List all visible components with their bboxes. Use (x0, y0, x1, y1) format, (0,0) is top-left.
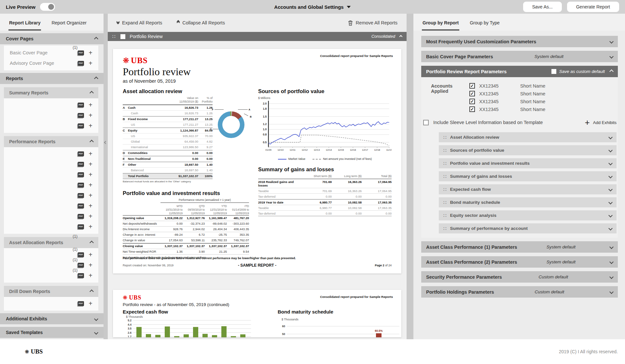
exhibit-row[interactable]: ∷ Asset Allocation review (439, 132, 617, 142)
report-group-header[interactable]: Performance Reports (4, 136, 98, 147)
remove-all-reports-button[interactable]: Remove All Reports (348, 20, 397, 26)
add-icon[interactable]: + (87, 150, 94, 158)
add-icon[interactable]: + (87, 171, 94, 178)
pdf-preview-icon[interactable]: PDF (78, 61, 84, 66)
expand-all-reports-button[interactable]: Expand All Reports (117, 20, 162, 25)
parameter-accordion[interactable]: Most Frequently Used Customization Param… (421, 36, 618, 47)
pdf-preview-icon[interactable]: PDF (78, 172, 84, 177)
save-default-checkbox[interactable] (551, 69, 556, 74)
pdf-preview-icon[interactable]: PDF (78, 162, 84, 167)
pdf-preview-icon[interactable]: PDF (78, 214, 84, 219)
exhibit-row[interactable]: ∷ Portfolio value and investment results (439, 158, 617, 168)
add-icon[interactable]: + (87, 300, 94, 307)
drag-handle-icon[interactable]: ∷ (443, 213, 447, 218)
report-group-header[interactable]: Summary Reports (4, 87, 98, 98)
account-checkbox-checked[interactable]: ✓ (469, 91, 475, 96)
exhibit-row[interactable]: ∷ Summary of gains and losses (439, 171, 617, 181)
report-preview-area[interactable]: Consolidated report prepared for Sample … (108, 41, 407, 339)
report-group-header[interactable]: Drill Down Reports (4, 286, 98, 297)
parameter-accordion[interactable]: Security Performance Parameters Custom d… (421, 271, 618, 283)
add-icon[interactable]: + (87, 49, 94, 57)
sidebar-item[interactable]: PDF + (4, 201, 98, 211)
pdf-preview-icon[interactable]: PDF (78, 113, 84, 118)
save-as-button[interactable]: Save As... (523, 2, 562, 12)
add-icon[interactable]: + (87, 122, 94, 130)
collapse-all-reports-button[interactable]: Collapse All Reports (177, 20, 225, 25)
add-icon[interactable]: + (87, 112, 94, 119)
report-checkbox[interactable] (120, 34, 125, 39)
section-saved-templates[interactable]: Saved Templates (0, 327, 104, 338)
sleeve-checkbox-unchecked[interactable] (423, 120, 429, 125)
add-icon[interactable]: + (87, 261, 94, 269)
drag-handle-icon[interactable]: ∷ (443, 187, 447, 192)
add-icon[interactable]: + (87, 223, 94, 231)
pdf-preview-icon[interactable]: PDF (78, 224, 84, 229)
section-cover-pages[interactable]: Cover Pages (0, 33, 104, 44)
portfolio-review-panel-header[interactable]: ∷ Portfolio Review Consolidated (108, 32, 407, 41)
sidebar-item[interactable]: PDF + (4, 110, 98, 120)
sidebar-tab[interactable]: Report Organizer (51, 16, 87, 31)
sidebar-item[interactable]: PDF + (4, 120, 98, 131)
sidebar-item[interactable]: (1) Basic Cover Page PDF + (4, 48, 98, 58)
group-by-tab[interactable]: Group by Report (422, 16, 459, 31)
sidebar-item[interactable]: PDF + (4, 298, 98, 309)
section-additional-exhibits[interactable]: Additional Exhibits (0, 313, 104, 324)
exhibit-row[interactable]: ∷ Equity sector analysis (439, 210, 617, 220)
sidebar-item[interactable]: Advisory Cover Page PDF + (4, 58, 98, 68)
add-icon[interactable]: + (87, 181, 94, 189)
drag-handle-icon[interactable]: ∷ (443, 134, 447, 140)
pdf-preview-icon[interactable]: PDF (78, 301, 84, 306)
chevron-up-icon[interactable] (399, 35, 403, 38)
parameter-accordion[interactable]: Asset Class Performance (1) Parameters S… (421, 241, 618, 253)
group-by-tab[interactable]: Group by Type (469, 16, 500, 31)
exhibit-row[interactable]: ∷ Expected cash flow (439, 184, 617, 194)
accounts-global-settings-menu[interactable]: Accounts and Global Settings (274, 4, 351, 10)
portfolio-review-parameters-accordion[interactable]: Portfolio Review Report Parameters Save … (421, 66, 618, 77)
pdf-preview-icon[interactable]: PDF (78, 123, 84, 128)
account-checkbox-checked[interactable]: ✓ (469, 99, 475, 104)
add-icon[interactable]: + (87, 251, 94, 259)
sidebar-item[interactable]: PDF + (4, 159, 98, 169)
sidebar-item[interactable]: PDF + (4, 211, 98, 221)
sidebar-item[interactable]: (1) PDF + (4, 249, 98, 260)
parameter-accordion[interactable]: Portfolio Holdings Parameters Custom def… (421, 286, 618, 298)
sidebar-item[interactable]: PDF + (4, 221, 98, 232)
parameter-accordion[interactable]: Basic Cover Page Parameters System defau… (421, 51, 618, 62)
add-icon[interactable]: + (87, 272, 94, 279)
add-icon[interactable]: + (87, 213, 94, 220)
sidebar-item[interactable]: PDF + (4, 190, 98, 201)
exhibit-row[interactable]: ∷ Bond maturity schedule (439, 197, 617, 207)
report-group-header[interactable]: (1) Asset Allocation Reports (4, 237, 98, 248)
pdf-preview-icon[interactable]: PDF (78, 252, 84, 257)
pdf-preview-icon[interactable]: PDF (78, 50, 84, 55)
pdf-preview-icon[interactable]: PDF (78, 151, 84, 156)
account-checkbox-checked[interactable]: ✓ (469, 106, 475, 112)
pdf-preview-icon[interactable]: PDF (78, 103, 84, 107)
drag-handle-icon[interactable]: ∷ (443, 161, 447, 166)
pdf-preview-icon[interactable]: PDF (78, 193, 84, 198)
drag-handle-icon[interactable]: ∷ (443, 174, 447, 179)
live-preview-toggle[interactable] (40, 3, 55, 11)
generate-report-button[interactable]: Generate Report (567, 2, 619, 12)
pdf-preview-icon[interactable]: PDF (78, 203, 84, 208)
sidebar-item[interactable]: PDF + (4, 100, 98, 110)
drag-handle-icon[interactable]: ∷ (443, 147, 447, 153)
exhibit-row[interactable]: ∷ Sources of portfolio value (439, 145, 617, 155)
section-reports[interactable]: Reports (0, 73, 104, 84)
drag-handle-icon[interactable]: ∷ (112, 34, 116, 39)
add-icon[interactable]: + (87, 202, 94, 210)
add-icon[interactable]: + (87, 60, 94, 67)
add-exhibits-button[interactable]: + Add Exhibits (585, 119, 617, 126)
sidebar-tab[interactable]: Report Library (8, 16, 41, 31)
parameters-scroll-area[interactable]: Most Frequently Used Customization Param… (413, 31, 625, 339)
save-as-custom-default[interactable]: Save as custom default (551, 69, 605, 74)
drag-handle-icon[interactable]: ∷ (443, 200, 447, 205)
sidebar-item[interactable]: PDF + (4, 180, 98, 190)
sidebar-item[interactable]: PDF + (4, 169, 98, 180)
add-icon[interactable]: + (87, 192, 94, 199)
pdf-preview-icon[interactable]: PDF (78, 273, 84, 278)
sidebar-item[interactable]: (1) PDF + (4, 260, 98, 270)
sidebar-collapse-handle[interactable] (104, 141, 107, 144)
add-icon[interactable]: + (87, 101, 94, 109)
add-icon[interactable]: + (87, 161, 94, 168)
